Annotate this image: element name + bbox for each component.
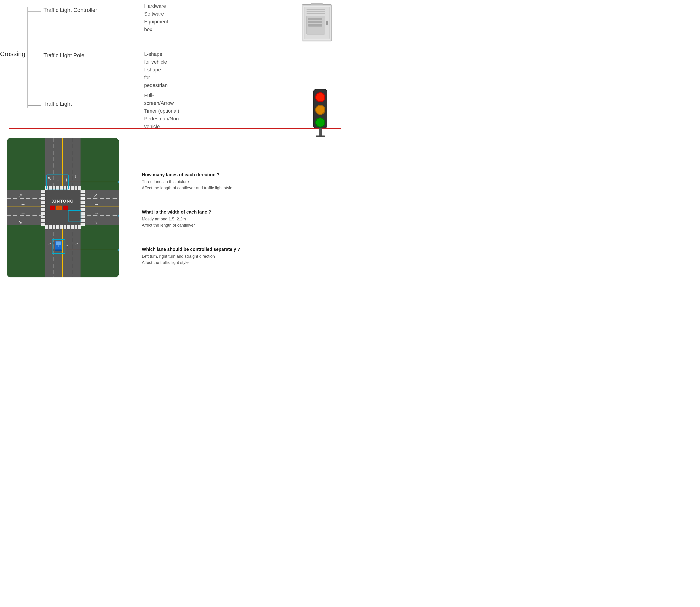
svg-text:↑: ↑ (58, 206, 60, 210)
svg-rect-46 (78, 186, 81, 190)
svg-text:→: → (21, 211, 26, 216)
svg-rect-51 (60, 225, 63, 229)
svg-rect-67 (81, 190, 85, 193)
svg-rect-11 (311, 3, 323, 5)
svg-rect-5 (307, 11, 325, 12)
svg-text:→: → (21, 202, 26, 207)
root-label: Crossing (0, 50, 25, 58)
svg-rect-4 (307, 9, 325, 10)
svg-rect-53 (67, 225, 70, 229)
svg-point-18 (316, 118, 324, 127)
top-section: Crossing Traffic Light Controller Traffi… (0, 0, 350, 128)
desc-controller: Hardware Software Equipment box (144, 2, 168, 34)
ann-3-title: Which lane should be controlled separate… (142, 247, 341, 252)
svg-point-16 (316, 106, 324, 114)
svg-rect-8 (308, 18, 322, 20)
node-traffic-light: Traffic Light (43, 101, 72, 107)
svg-rect-65 (41, 219, 45, 222)
svg-rect-6 (307, 13, 325, 14)
svg-rect-55 (74, 225, 77, 229)
annotation-width: What is the width of each lane ? Mostly … (133, 209, 341, 228)
ann-2-title: What is the width of each lane ? (142, 209, 341, 215)
ann-1-title: How many lanes of each direction ? (142, 172, 341, 177)
svg-rect-59 (41, 197, 45, 200)
desc-light: Full-screen/Arrow Timer (optional) Pedes… (144, 91, 180, 130)
branch-2 (27, 57, 41, 57)
annotation-control: Which lane should be controlled separate… (133, 247, 341, 266)
annotations-panel: How many lanes of each direction ? Three… (133, 138, 341, 266)
svg-rect-52 (64, 225, 66, 229)
desc-pole: L-shape for vehicle I-shape for pedestri… (144, 50, 168, 89)
ann-2-text: Mostly among 1.5~2.2m Affect the length … (142, 216, 341, 228)
svg-rect-20 (316, 135, 325, 137)
annotation-lanes: How many lanes of each direction ? Three… (133, 172, 341, 191)
svg-rect-76 (81, 223, 85, 226)
svg-rect-10 (308, 24, 322, 26)
svg-rect-3 (326, 21, 328, 25)
svg-text:↓: ↓ (74, 174, 76, 179)
svg-rect-48 (49, 225, 52, 229)
vertical-line (27, 7, 28, 108)
svg-rect-64 (41, 216, 45, 218)
node-traffic-light-controller: Traffic Light Controller (43, 7, 97, 13)
node-traffic-light-pole: Traffic Light Pole (43, 52, 84, 59)
svg-text:↘: ↘ (94, 219, 98, 225)
equipment-box-image (300, 2, 336, 43)
branch-3 (27, 105, 41, 106)
svg-rect-19 (319, 128, 322, 136)
svg-text:→: → (94, 211, 99, 216)
svg-rect-60 (41, 201, 45, 204)
svg-point-14 (316, 93, 324, 101)
svg-text:→: → (64, 206, 67, 210)
svg-rect-61 (41, 205, 45, 207)
svg-rect-49 (52, 225, 56, 229)
svg-text:↓: ↓ (65, 177, 68, 183)
svg-text:↑: ↑ (58, 244, 59, 247)
svg-text:↗: ↗ (18, 193, 22, 198)
svg-rect-54 (71, 225, 74, 229)
svg-text:←: ← (51, 206, 54, 210)
traffic-light-image (309, 87, 332, 133)
svg-text:↓: ↓ (57, 177, 59, 183)
svg-rect-47 (45, 225, 48, 229)
svg-text:↙: ↙ (47, 177, 52, 181)
svg-rect-69 (81, 197, 85, 200)
bottom-section: ↙ ↓ ↓ ↓ ↗ → → ↘ ↗ → → ↘ ↗ ↑ ↑ ↗ XINTONG … (0, 129, 350, 287)
svg-rect-50 (56, 225, 59, 229)
ann-3-text: Left turn, right turn and straight direc… (142, 253, 341, 266)
svg-rect-56 (78, 225, 81, 229)
intersection-diagram: ↙ ↓ ↓ ↓ ↗ → → ↘ ↗ → → ↘ ↗ ↑ ↑ ↗ XINTONG … (7, 138, 119, 277)
svg-rect-44 (71, 186, 74, 190)
ann-1-text: Three lanes in this picture Affect the l… (142, 179, 341, 191)
svg-text:↗: ↗ (94, 193, 98, 198)
svg-rect-68 (81, 194, 85, 196)
svg-text:↗: ↗ (74, 241, 79, 246)
svg-rect-9 (308, 21, 322, 23)
svg-rect-70 (81, 201, 85, 204)
tree-lines (27, 0, 46, 119)
svg-rect-57 (41, 190, 45, 193)
svg-rect-63 (41, 212, 45, 215)
branch-1 (27, 12, 41, 12)
svg-rect-58 (41, 194, 45, 196)
svg-rect-71 (81, 205, 85, 207)
svg-rect-66 (41, 223, 45, 226)
svg-rect-45 (74, 186, 77, 190)
svg-text:↗: ↗ (48, 241, 51, 246)
svg-text:XINTONG: XINTONG (52, 199, 74, 204)
svg-rect-62 (41, 208, 45, 211)
svg-text:→: → (94, 202, 99, 207)
svg-text:↑: ↑ (66, 243, 68, 249)
svg-text:↘: ↘ (18, 219, 22, 225)
svg-rect-102 (55, 250, 62, 251)
